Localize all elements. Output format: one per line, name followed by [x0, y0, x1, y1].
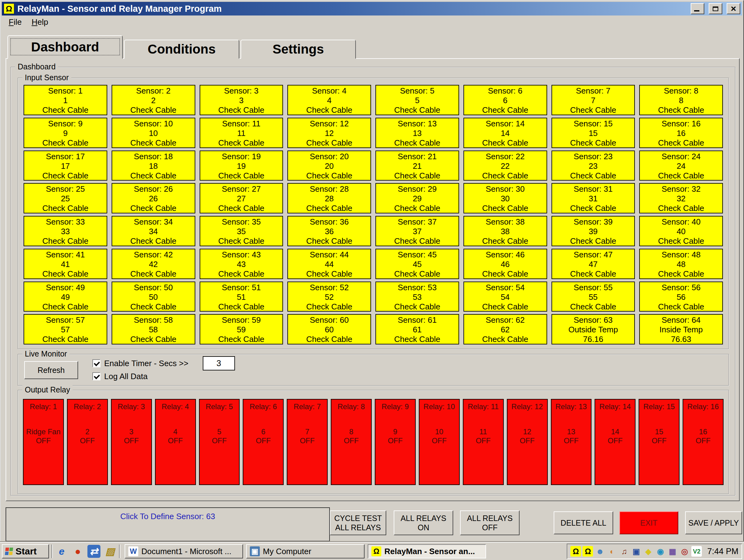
messenger-tray-icon[interactable]: ◉: [655, 546, 666, 557]
sensor-cell-9[interactable]: Sensor: 99Check Cable: [24, 118, 107, 148]
relay-cell-9[interactable]: Relay: 99OFF: [375, 399, 416, 485]
sensor-cell-61[interactable]: Sensor: 6161Check Cable: [375, 314, 459, 345]
sensor-cell-56[interactable]: Sensor: 5656Check Cable: [639, 282, 723, 312]
sensor-cell-50[interactable]: Sensor: 5050Check Cable: [112, 282, 195, 312]
antivirus-v2-tray-icon[interactable]: V2: [691, 546, 702, 557]
relay-cell-11[interactable]: Relay: 1111OFF: [463, 399, 504, 485]
network-tray-icon[interactable]: ▦: [667, 546, 678, 557]
sensor-cell-3[interactable]: Sensor: 33Check Cable: [200, 85, 283, 115]
sensor-cell-23[interactable]: Sensor: 2323Check Cable: [552, 151, 635, 181]
relay-cell-14[interactable]: Relay: 1414OFF: [595, 399, 635, 485]
display-tray-icon[interactable]: ▣: [631, 546, 641, 557]
sensor-cell-5[interactable]: Sensor: 55Check Cable: [375, 85, 459, 115]
sensor-cell-28[interactable]: Sensor: 2828Check Cable: [287, 183, 371, 213]
sensor-cell-54[interactable]: Sensor: 5454Check Cable: [463, 282, 547, 312]
relay-cell-4[interactable]: Relay: 44OFF: [155, 399, 196, 485]
tab-dashboard[interactable]: Dashboard: [7, 35, 123, 59]
sensor-cell-46[interactable]: Sensor: 4646Check Cable: [463, 249, 547, 279]
sync-icon[interactable]: ⇄: [87, 545, 101, 558]
sensor-cell-35[interactable]: Sensor: 3535Check Cable: [200, 216, 283, 246]
sensor-cell-39[interactable]: Sensor: 3939Check Cable: [552, 216, 635, 246]
delete-all-button[interactable]: DELETE ALL: [554, 511, 613, 534]
sensor-cell-41[interactable]: Sensor: 4141Check Cable: [24, 249, 107, 279]
relay-cell-13[interactable]: Relay: 1313OFF: [551, 399, 592, 485]
sensor-cell-20[interactable]: Sensor: 2020Check Cable: [287, 151, 371, 181]
sensor-cell-53[interactable]: Sensor: 5353Check Cable: [375, 282, 459, 312]
relay-cell-1[interactable]: Relay: 1Ridge FanOFF: [23, 399, 64, 485]
sensor-cell-36[interactable]: Sensor: 3636Check Cable: [287, 216, 371, 246]
relayman-tray-icon-2[interactable]: Ω: [583, 546, 593, 557]
relayman-tray-icon-1[interactable]: Ω: [570, 546, 581, 557]
sensor-cell-49[interactable]: Sensor: 4949Check Cable: [24, 282, 107, 312]
taskbar-task-relayman[interactable]: ΩRelayMan - Sensor an...: [368, 544, 486, 558]
sensor-cell-42[interactable]: Sensor: 4242Check Cable: [112, 249, 195, 279]
sensor-cell-43[interactable]: Sensor: 4343Check Cable: [200, 249, 283, 279]
taskbar-clock[interactable]: 7:44 PM: [707, 547, 738, 556]
sensor-cell-40[interactable]: Sensor: 4040Check Cable: [639, 216, 723, 246]
close-button[interactable]: ×: [727, 3, 740, 14]
launch-app-icon[interactable]: ▨: [104, 545, 117, 558]
sensor-cell-51[interactable]: Sensor: 5151Check Cable: [200, 282, 283, 312]
sensor-cell-52[interactable]: Sensor: 5252Check Cable: [287, 282, 371, 312]
save-apply-button[interactable]: SAVE / APPLY: [685, 511, 742, 534]
taskbar-task-document1[interactable]: WDocument1 - Microsoft ...: [125, 544, 243, 558]
maximize-button[interactable]: [709, 3, 722, 14]
sensor-cell-11[interactable]: Sensor: 1111Check Cable: [200, 118, 283, 148]
relay-cell-5[interactable]: Relay: 55OFF: [199, 399, 240, 485]
sensor-cell-6[interactable]: Sensor: 66Check Cable: [463, 85, 547, 115]
tab-settings[interactable]: Settings: [240, 40, 356, 59]
sensor-cell-13[interactable]: Sensor: 1313Check Cable: [375, 118, 459, 148]
sensor-cell-24[interactable]: Sensor: 2424Check Cable: [639, 151, 723, 181]
sensor-cell-10[interactable]: Sensor: 1010Check Cable: [112, 118, 195, 148]
sensor-cell-48[interactable]: Sensor: 4848Check Cable: [639, 249, 723, 279]
sensor-cell-18[interactable]: Sensor: 1818Check Cable: [112, 151, 195, 181]
menu-file[interactable]: File: [4, 16, 27, 28]
log-all-data-checkbox[interactable]: [92, 372, 101, 381]
sensor-cell-58[interactable]: Sensor: 5858Check Cable: [112, 314, 195, 345]
relay-cell-3[interactable]: Relay: 33OFF: [111, 399, 152, 485]
globe-tray-icon[interactable]: ◐: [607, 546, 617, 557]
pencil-tray-icon[interactable]: ◆: [643, 546, 654, 557]
sensor-cell-60[interactable]: Sensor: 6060Check Cable: [287, 314, 371, 345]
fire-icon[interactable]: ●: [71, 545, 84, 558]
sensor-cell-57[interactable]: Sensor: 5757Check Cable: [24, 314, 107, 345]
sensor-cell-63[interactable]: Sensor: 63Outside Temp76.16: [552, 314, 635, 345]
sensor-cell-16[interactable]: Sensor: 1616Check Cable: [639, 118, 723, 148]
sensor-cell-12[interactable]: Sensor: 1212Check Cable: [287, 118, 371, 148]
sensor-cell-14[interactable]: Sensor: 1414Check Cable: [463, 118, 547, 148]
sensor-cell-59[interactable]: Sensor: 5959Check Cable: [200, 314, 283, 345]
sensor-cell-22[interactable]: Sensor: 2222Check Cable: [463, 151, 547, 181]
security-tray-icon[interactable]: ◎: [679, 546, 690, 557]
internet-explorer-icon[interactable]: e: [55, 545, 68, 558]
relay-cell-15[interactable]: Relay: 1515OFF: [639, 399, 679, 485]
sensor-cell-30[interactable]: Sensor: 3030Check Cable: [463, 183, 547, 213]
users-tray-icon[interactable]: ☻: [595, 546, 605, 557]
sensor-cell-55[interactable]: Sensor: 5555Check Cable: [552, 282, 635, 312]
relay-cell-6[interactable]: Relay: 66OFF: [243, 399, 284, 485]
sensor-cell-15[interactable]: Sensor: 1515Check Cable: [552, 118, 635, 148]
volume-tray-icon[interactable]: ♫: [619, 546, 629, 557]
all-relays-on-button[interactable]: ALL RELAYSON: [394, 511, 453, 535]
sensor-cell-47[interactable]: Sensor: 4747Check Cable: [552, 249, 635, 279]
start-button[interactable]: Start: [2, 544, 49, 558]
sensor-cell-34[interactable]: Sensor: 3434Check Cable: [112, 216, 195, 246]
timer-seconds-input[interactable]: [203, 356, 235, 370]
sensor-cell-26[interactable]: Sensor: 2626Check Cable: [112, 183, 195, 213]
menu-help[interactable]: Help: [27, 16, 53, 28]
all-relays-off-button[interactable]: ALL RELAYSOFF: [460, 511, 520, 535]
relay-cell-16[interactable]: Relay: 1616OFF: [683, 399, 723, 485]
tab-conditions[interactable]: Conditions: [124, 40, 239, 59]
exit-button[interactable]: EXIT: [619, 511, 678, 534]
sensor-cell-21[interactable]: Sensor: 2121Check Cable: [375, 151, 459, 181]
cycle-test-all-relays-button[interactable]: CYCLE TESTALL RELAYS: [330, 511, 386, 535]
app-icon[interactable]: Ω: [4, 3, 14, 14]
sensor-cell-7[interactable]: Sensor: 77Check Cable: [552, 85, 635, 115]
sensor-cell-31[interactable]: Sensor: 3131Check Cable: [552, 183, 635, 213]
sensor-cell-1[interactable]: Sensor: 11Check Cable: [24, 85, 107, 115]
sensor-cell-45[interactable]: Sensor: 4545Check Cable: [375, 249, 459, 279]
sensor-cell-33[interactable]: Sensor: 3333Check Cable: [24, 216, 107, 246]
sensor-cell-27[interactable]: Sensor: 2727Check Cable: [200, 183, 283, 213]
enable-timer-checkbox[interactable]: [92, 359, 101, 367]
sensor-cell-4[interactable]: Sensor: 44Check Cable: [287, 85, 371, 115]
sensor-cell-44[interactable]: Sensor: 4444Check Cable: [287, 249, 371, 279]
